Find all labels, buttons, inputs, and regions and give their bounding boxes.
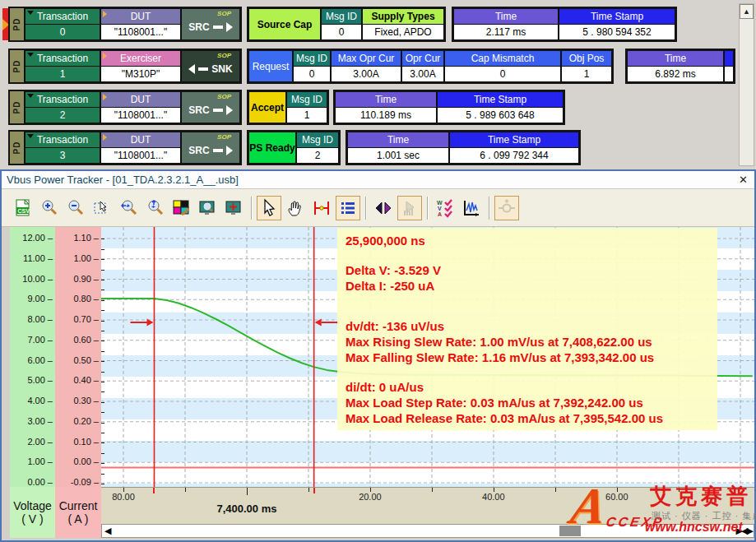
current-tick-label: 0.90 – (73, 274, 99, 285)
toolbar-separator (365, 197, 366, 220)
device-value: "1108001..." (100, 108, 181, 123)
zoom-horizontal-icon[interactable]: + (116, 196, 141, 220)
time-value: 2.117 ms (453, 25, 559, 40)
x-tick-label: 40.00 (482, 492, 505, 502)
message-type-cell[interactable]: Source Cap (248, 8, 321, 40)
annotation-line: Delta I: -250 uA (346, 278, 717, 294)
message-group: AcceptMsg ID1 (247, 90, 329, 125)
transaction-row[interactable]: PDTransaction1Exerciser"M310P"SOPSNKRequ… (0, 49, 738, 84)
zoom-vertical-icon[interactable]: + (142, 196, 167, 220)
signal-checks-icon[interactable]: WVA (433, 196, 457, 220)
field-header: Msg ID (286, 91, 327, 108)
message-type-cell[interactable]: Accept (248, 91, 286, 123)
annotation-line: Max Load Step Rate: 0.03 mA/us at 7,392,… (346, 395, 717, 410)
annotation-line: Max Falling Slew Rate: 1.16 mV/us at 7,3… (346, 350, 717, 365)
arrow-right-icon (226, 22, 233, 32)
select-cursor-icon[interactable] (257, 196, 281, 220)
pd-label: PD (12, 18, 21, 31)
sort-down-icon (27, 94, 34, 98)
direction-row: SRC (182, 104, 239, 116)
voltage-tick-label: 7.00 – (27, 335, 53, 346)
device-value: "1108001..." (100, 25, 181, 40)
field-col: Cap Mismatch0 (444, 50, 561, 82)
current-tick-label: 0.60 – (73, 335, 99, 346)
message-group: Source CapMsg ID0Supply TypesFixed, APDO (247, 7, 446, 42)
transaction-col: Transaction3 (25, 132, 100, 164)
voltage-axis-unit: ( V ) (21, 512, 43, 526)
export-csv-icon[interactable]: CSV (11, 196, 35, 220)
zoom-region-icon[interactable] (90, 196, 114, 220)
current-tick-label: 0.70 – (73, 314, 99, 326)
waveform-plot-area[interactable]: 25,900,000 nsDelta V: -3.529 VDelta I: -… (101, 227, 754, 487)
direction-label: SNK (211, 63, 232, 75)
pd-protocol-cell: PD (10, 50, 25, 82)
arrow-right-icon (226, 105, 233, 115)
show-list-icon[interactable] (336, 196, 360, 220)
scale-waveform-icon[interactable] (459, 196, 484, 220)
svg-text:+: + (151, 203, 155, 211)
device-header[interactable]: Exerciser (100, 50, 181, 67)
x-tick (247, 488, 248, 495)
color-settings-icon[interactable] (169, 196, 193, 220)
transaction-row[interactable]: PDTransaction3DUT"1108001..."SOPSRCPS Re… (0, 130, 738, 165)
pan-hand-icon[interactable] (283, 196, 308, 220)
transaction-header[interactable]: Transaction (25, 8, 100, 25)
time-header: Time (347, 132, 449, 148)
view-zoom-window-icon[interactable] (195, 196, 220, 220)
probe-settings-icon (494, 196, 519, 220)
expand-right-icon (103, 53, 107, 59)
toolbar-separator (427, 197, 428, 220)
current-tick-label: 0.30 – (73, 396, 99, 407)
transaction-number: 0 (25, 25, 100, 40)
arrow-left-icon (188, 64, 195, 74)
window-titlebar: Vbus Power Tracker - [01_TDA.2.3.2.1_A__… (2, 171, 754, 189)
sort-down-icon (27, 134, 34, 138)
time-group: Time2.117 msTime Stamp5 . 980 594 352 (452, 7, 677, 42)
transactions-scrollbar[interactable]: ▲ (739, 3, 754, 166)
scroll-left-icon[interactable]: ◀ (104, 526, 111, 536)
zoom-out-icon[interactable] (63, 196, 88, 220)
center-screen-icon[interactable] (221, 196, 246, 220)
message-type-cell[interactable]: Request (248, 50, 293, 82)
x-minor-tick (679, 488, 679, 492)
transaction-header[interactable]: Transaction (25, 50, 100, 67)
transaction-header[interactable]: Transaction (25, 91, 100, 108)
arrow-right-icon (226, 146, 233, 155)
transaction-header[interactable]: Transaction (25, 132, 100, 148)
time-value: 110.189 ms (335, 108, 437, 123)
x-minor-tick (555, 488, 556, 492)
collapse-markers-icon[interactable] (371, 196, 396, 220)
current-tick-label: 0.20 – (73, 416, 99, 428)
field-header: Opr Cur (401, 50, 444, 67)
scrollbar-thumb[interactable] (559, 526, 581, 536)
marker-axis-tick (313, 488, 315, 493)
x-minor-tick (185, 488, 186, 492)
close-icon[interactable]: ✕ (739, 174, 748, 186)
x-tick-label: 7,400.00 ms (216, 503, 276, 515)
annotation-line: 25,900,000 ns (346, 233, 717, 248)
transaction-number: 2 (25, 108, 100, 123)
device-header[interactable]: DUT (100, 91, 181, 108)
transaction-row[interactable]: PDTransaction2DUT"1108001..."SOPSRCAccep… (0, 90, 738, 125)
scroll-up-button[interactable]: ▲ (740, 4, 754, 19)
time-col: Time Stamp6 . 099 792 344 (449, 132, 579, 164)
time-col: Time2.117 ms (453, 8, 559, 40)
message-type-cell[interactable]: PS Ready (248, 132, 296, 164)
device-header[interactable]: DUT (100, 132, 181, 148)
transaction-id-group: PDTransaction1Exerciser"M310P"SOPSNK (8, 49, 242, 84)
measurement-annotation: 25,900,000 nsDelta V: -3.529 VDelta I: -… (337, 228, 717, 430)
field-col: Supply TypesFixed, APDO (362, 8, 444, 40)
statistics-view-icon (397, 196, 422, 220)
sort-down-icon (27, 11, 34, 15)
transaction-row[interactable]: PDTransaction0DUT"1108001..."SOPSRCSourc… (0, 7, 738, 42)
zoom-in-icon[interactable] (37, 196, 62, 220)
device-col: DUT"1108001..." (100, 91, 181, 123)
measure-markers-icon[interactable] (309, 196, 334, 220)
field-value: 1 (561, 67, 612, 82)
direction-cell: SOPSRC (181, 8, 240, 40)
current-tick-label: 0.10 – (73, 437, 99, 448)
time-scrollbar[interactable]: ◀ ▶◀▶ (101, 524, 754, 538)
field-col: Msg ID0 (293, 50, 331, 82)
scroll-right-icons[interactable]: ▶◀▶ (736, 526, 752, 536)
device-header[interactable]: DUT (100, 8, 181, 25)
